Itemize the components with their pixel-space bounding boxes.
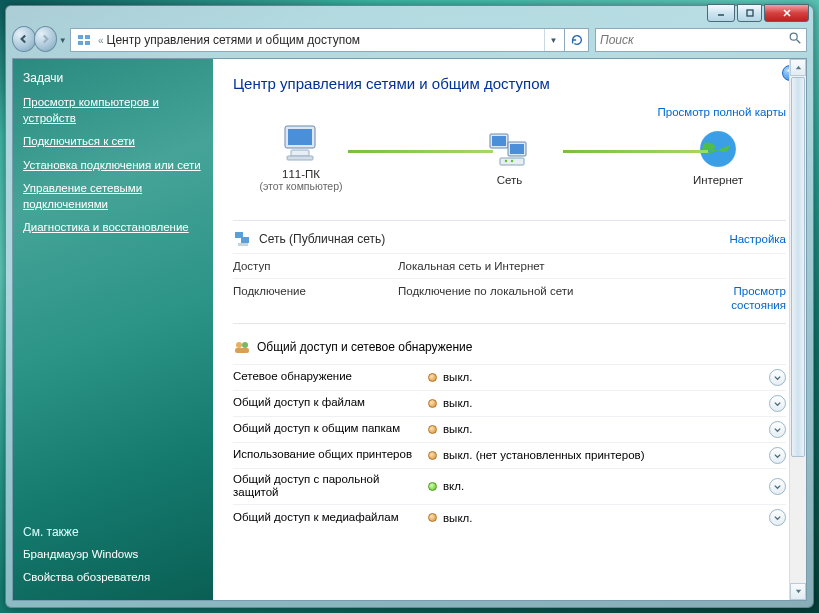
share-value: выкл.	[443, 423, 472, 435]
svg-point-27	[242, 342, 248, 348]
status-dot-icon	[428, 373, 437, 382]
vertical-scrollbar[interactable]	[789, 59, 806, 600]
status-dot-icon	[428, 513, 437, 522]
node-network: Сеть	[450, 128, 570, 186]
svg-rect-12	[291, 150, 309, 156]
address-bar[interactable]: « Центр управления сетями и общим доступ…	[70, 28, 565, 52]
share-value: выкл. (нет установленных принтеров)	[443, 449, 644, 461]
divider	[233, 323, 786, 324]
share-value: вкл.	[443, 480, 464, 492]
close-button[interactable]	[764, 4, 809, 22]
network-row-access: Доступ Локальная сеть и Интернет	[233, 253, 786, 278]
status-dot-icon	[428, 425, 437, 434]
scroll-down-button[interactable]	[790, 583, 806, 600]
refresh-button[interactable]	[565, 28, 589, 52]
svg-rect-13	[287, 156, 313, 160]
svg-rect-6	[78, 41, 83, 45]
view-full-map-link[interactable]: Просмотр полной карты	[657, 106, 786, 118]
share-row: Общий доступ к файламвыкл.	[233, 390, 786, 416]
sharing-heading: Общий доступ и сетевое обнаружение	[257, 340, 472, 354]
view-status-link[interactable]: Просмотр состояния	[706, 285, 786, 313]
main-panel: ? Центр управления сетями и общим доступ…	[213, 59, 806, 600]
status-dot-icon	[428, 451, 437, 460]
nav-history-dropdown[interactable]: ▼	[57, 26, 68, 54]
sidebar-link-view-computers[interactable]: Просмотр компьютеров и устройств	[23, 91, 203, 130]
see-also-internet-options[interactable]: Свойства обозревателя	[23, 566, 203, 590]
svg-rect-15	[492, 136, 506, 146]
node-pc-name: 111-ПК	[282, 168, 320, 180]
sidebar-link-manage-connections[interactable]: Управление сетевыми подключениями	[23, 177, 203, 216]
titlebar	[6, 6, 813, 24]
status-dot-icon	[428, 482, 437, 491]
share-label: Общий доступ с парольной защитой	[233, 473, 428, 501]
nav-toolbar: ▼ « Центр управления сетями и общим дост…	[12, 24, 807, 56]
breadcrumb-prefix: «	[98, 35, 104, 46]
share-label: Общий доступ к файлам	[233, 396, 428, 410]
network-configure-link[interactable]: Настройка	[729, 233, 786, 245]
expand-button[interactable]	[769, 421, 786, 438]
node-network-label: Сеть	[497, 174, 523, 186]
address-dropdown[interactable]: ▼	[544, 29, 562, 51]
see-also-heading: См. также	[23, 525, 203, 539]
node-internet-label: Интернет	[693, 174, 743, 186]
svg-point-26	[236, 342, 242, 348]
node-internet: Интернет	[658, 128, 778, 186]
computer-icon	[277, 122, 325, 164]
svg-rect-25	[238, 243, 248, 246]
scroll-up-button[interactable]	[790, 59, 806, 76]
sidebar-link-setup-connection[interactable]: Установка подключения или сети	[23, 154, 203, 178]
row-value: Локальная сеть и Интернет	[398, 260, 786, 272]
network-header: Сеть (Публичная сеть) Настройка	[233, 225, 786, 253]
share-row: Общий доступ к общим папкамвыкл.	[233, 416, 786, 442]
divider	[233, 220, 786, 221]
see-also-firewall[interactable]: Брандмауэр Windows	[23, 543, 203, 567]
search-icon	[788, 31, 802, 49]
share-row: Сетевое обнаружениевыкл.	[233, 364, 786, 390]
scroll-thumb[interactable]	[791, 77, 805, 457]
nav-back-button[interactable]	[12, 26, 36, 52]
breadcrumb-text: Центр управления сетями и общим доступом	[107, 33, 361, 47]
svg-rect-4	[78, 35, 83, 39]
search-input[interactable]	[600, 33, 788, 47]
share-row: Использование общих принтероввыкл. (нет …	[233, 442, 786, 468]
link-line	[563, 150, 708, 153]
expand-button[interactable]	[769, 478, 786, 495]
tasks-sidebar: Задачи Просмотр компьютеров и устройств …	[13, 59, 213, 600]
network-map: Просмотр полной карты 111-ПК (этот компь…	[233, 106, 786, 216]
svg-point-19	[504, 160, 506, 162]
minimize-button[interactable]	[707, 4, 735, 22]
svg-line-9	[797, 40, 801, 44]
maximize-button[interactable]	[737, 4, 762, 22]
svg-rect-5	[85, 35, 90, 39]
row-label: Доступ	[233, 260, 398, 272]
expand-button[interactable]	[769, 509, 786, 526]
sharing-section: Общий доступ и сетевое обнаружение Сетев…	[233, 334, 786, 531]
network-row-connection: Подключение Подключение по локальной сет…	[233, 278, 786, 319]
sharing-icon	[233, 338, 251, 356]
sidebar-link-diagnose[interactable]: Диагностика и восстановление	[23, 216, 203, 240]
client-area: Задачи Просмотр компьютеров и устройств …	[12, 58, 807, 601]
expand-button[interactable]	[769, 369, 786, 386]
svg-rect-24	[241, 237, 249, 243]
globe-icon	[694, 128, 742, 170]
svg-point-20	[510, 160, 512, 162]
network-small-icon	[233, 229, 253, 249]
expand-button[interactable]	[769, 447, 786, 464]
share-row: Общий доступ к медиафайламвыкл.	[233, 504, 786, 530]
share-label: Использование общих принтеров	[233, 448, 428, 462]
share-value: выкл.	[443, 512, 472, 524]
expand-button[interactable]	[769, 395, 786, 412]
status-dot-icon	[428, 399, 437, 408]
sidebar-link-connect[interactable]: Подключиться к сети	[23, 130, 203, 154]
location-icon	[76, 32, 92, 48]
link-line	[348, 150, 493, 153]
row-value: Подключение по локальной сети	[398, 285, 706, 313]
svg-point-8	[790, 33, 797, 40]
nav-forward-button[interactable]	[34, 26, 58, 52]
page-title: Центр управления сетями и общим доступом	[233, 75, 786, 92]
network-icon	[486, 128, 534, 170]
node-pc-sub: (этот компьютер)	[259, 180, 342, 192]
svg-rect-1	[747, 10, 753, 16]
share-label: Общий доступ к медиафайлам	[233, 511, 428, 525]
search-box[interactable]	[595, 28, 807, 52]
